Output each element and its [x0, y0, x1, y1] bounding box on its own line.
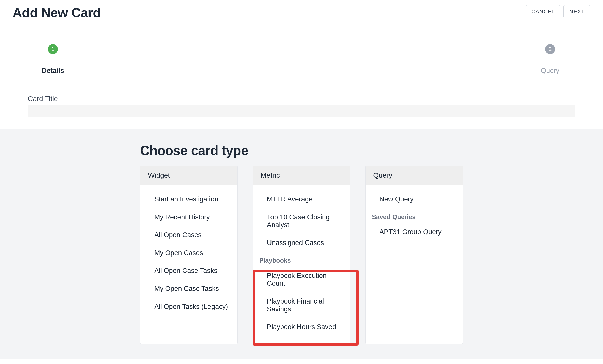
- lower-section: Choose card type Widget Start an Investi…: [0, 129, 603, 359]
- card-title-input[interactable]: [28, 105, 575, 117]
- metric-column: Metric MTTR Average Top 10 Case Closing …: [253, 166, 350, 344]
- widget-item-all-open-cases[interactable]: All Open Cases: [140, 226, 237, 244]
- widget-item-all-open-tasks-legacy[interactable]: All Open Tasks (Legacy): [140, 298, 237, 316]
- metric-item-unassigned-cases[interactable]: Unassigned Cases: [253, 234, 350, 252]
- widget-item-start-investigation[interactable]: Start an Investigation: [140, 190, 237, 208]
- query-item-new-query[interactable]: New Query: [366, 190, 463, 208]
- stepper: 1 Details 2 Query: [13, 44, 590, 75]
- query-column-body: New Query Saved Queries APT31 Group Quer…: [366, 185, 463, 249]
- query-column-header: Query: [366, 166, 463, 185]
- metric-subheader-playbooks: Playbooks: [253, 252, 350, 267]
- step-details[interactable]: 1 Details: [28, 44, 78, 75]
- widget-item-my-open-cases[interactable]: My Open Cases: [140, 244, 237, 262]
- metric-column-body: MTTR Average Top 10 Case Closing Analyst…: [253, 185, 350, 344]
- widget-column-header: Widget: [140, 166, 237, 185]
- widget-item-my-open-case-tasks[interactable]: My Open Case Tasks: [140, 280, 237, 298]
- widget-column-body: Start an Investigation My Recent History…: [140, 185, 237, 323]
- metric-column-header: Metric: [253, 166, 350, 185]
- metric-item-playbook-execution-count[interactable]: Playbook Execution Count: [253, 267, 350, 292]
- card-title-label: Card Title: [28, 95, 575, 103]
- metric-item-mttr-average[interactable]: MTTR Average: [253, 190, 350, 208]
- choose-card-type-heading: Choose card type: [140, 143, 463, 158]
- step-query[interactable]: 2 Query: [525, 44, 575, 75]
- page-title: Add New Card: [13, 5, 101, 20]
- header-row: Add New Card CANCEL NEXT: [13, 5, 590, 20]
- step-circle-1: 1: [48, 44, 58, 54]
- widget-item-recent-history[interactable]: My Recent History: [140, 208, 237, 226]
- top-section: Add New Card CANCEL NEXT 1 Details 2 Que…: [0, 0, 603, 129]
- query-subheader-saved-queries: Saved Queries: [366, 208, 463, 223]
- form-section: Card Title: [13, 95, 590, 117]
- lower-inner: Choose card type Widget Start an Investi…: [59, 143, 544, 344]
- metric-item-playbook-hours-saved[interactable]: Playbook Hours Saved: [253, 318, 350, 336]
- query-item-apt31-group-query[interactable]: APT31 Group Query: [366, 223, 463, 241]
- widget-item-all-open-case-tasks[interactable]: All Open Case Tasks: [140, 262, 237, 280]
- metric-item-playbook-financial-savings[interactable]: Playbook Financial Savings: [253, 292, 350, 318]
- card-columns: Widget Start an Investigation My Recent …: [140, 166, 463, 344]
- step-line: [78, 49, 525, 49]
- step-label-2: Query: [541, 67, 559, 75]
- header-buttons: CANCEL NEXT: [526, 5, 590, 18]
- query-column: Query New Query Saved Queries APT31 Grou…: [365, 166, 463, 344]
- metric-item-top-10-analyst[interactable]: Top 10 Case Closing Analyst: [253, 208, 350, 234]
- next-button[interactable]: NEXT: [563, 5, 590, 18]
- cancel-button[interactable]: CANCEL: [526, 5, 560, 18]
- step-circle-2: 2: [545, 44, 555, 54]
- step-label-1: Details: [42, 67, 64, 75]
- widget-column: Widget Start an Investigation My Recent …: [140, 166, 238, 344]
